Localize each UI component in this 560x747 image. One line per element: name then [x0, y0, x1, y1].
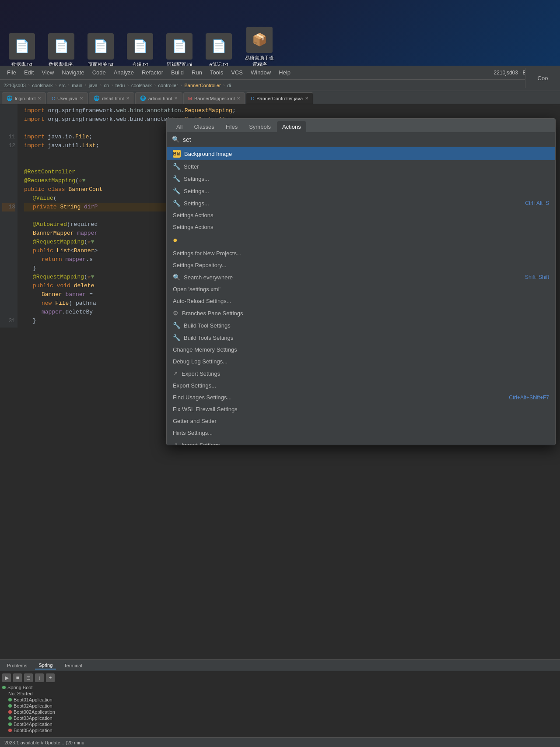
result-settings-2[interactable]: 🔧 Settings...: [167, 185, 555, 197]
search-input[interactable]: [183, 136, 550, 143]
popup-search: 🔍: [167, 132, 555, 147]
desktop-icon-7[interactable]: 📦 易语言助手设 置程序: [245, 27, 274, 68]
run-filter-button[interactable]: ⊟: [24, 673, 33, 682]
result-background-image[interactable]: Bkl Background Image: [167, 147, 555, 160]
run-stop-button[interactable]: ■: [13, 673, 22, 682]
app-item-3[interactable]: Boot03Application: [2, 715, 558, 721]
result-export-dots[interactable]: Export Settings...: [167, 380, 555, 391]
result-settings-new[interactable]: Settings for New Projects...: [167, 247, 555, 259]
breadcrumb-member[interactable]: di: [227, 83, 231, 88]
result-build-tools[interactable]: 🔧 Build Tools Settings: [167, 331, 555, 344]
menu-code[interactable]: Code: [89, 68, 109, 77]
result-settings-1[interactable]: 🔧 Settings...: [167, 173, 555, 185]
tab-close-4[interactable]: ✕: [174, 96, 178, 101]
result-label-settings-3: Settings...: [184, 200, 522, 207]
tab-login-html[interactable]: 🌐 login.html ✕: [2, 92, 46, 104]
menu-run[interactable]: Run: [188, 68, 206, 77]
popup-tab-files[interactable]: Files: [220, 121, 243, 132]
desktop-icon-6[interactable]: 📄 e笔记.txt: [206, 33, 232, 68]
result-hints[interactable]: Hints Settings...: [167, 427, 555, 439]
result-setter[interactable]: 🔧 Setter: [167, 160, 555, 173]
tab-mapper-xml[interactable]: M BannerMapper.xml ✕: [183, 92, 245, 104]
tab-label-4: admin.html: [148, 96, 172, 101]
app-item-4[interactable]: Boot04Application: [2, 721, 558, 727]
result-label-export-dots: Export Settings...: [173, 382, 549, 389]
menu-refactor[interactable]: Refactor: [138, 68, 167, 77]
desktop-icon-5[interactable]: 📄 阿祥配置.ini: [166, 33, 192, 68]
result-label-export: Export Settings: [182, 370, 549, 377]
breadcrumb-src[interactable]: src: [59, 83, 66, 88]
tab-close-5[interactable]: ✕: [237, 96, 240, 101]
breadcrumb-module[interactable]: coolshark: [32, 83, 52, 88]
popup-tab-symbols[interactable]: Symbols: [244, 121, 276, 132]
breadcrumb-class[interactable]: BannerController: [184, 83, 220, 88]
app-item-5[interactable]: Boot05Application: [2, 727, 558, 733]
result-settings-actions-2[interactable]: Settings Actions: [167, 221, 555, 233]
tab-close-3[interactable]: ✕: [126, 96, 130, 101]
tab-close-1[interactable]: ✕: [38, 96, 41, 101]
spring-boot-item[interactable]: Spring Boot: [2, 684, 558, 691]
menu-analyze[interactable]: Analyze: [110, 68, 137, 77]
result-getter-setter[interactable]: Getter and Setter: [167, 415, 555, 427]
result-settings-shortcut[interactable]: 🔧 Settings... Ctrl+Alt+S: [167, 197, 555, 209]
result-debug-log[interactable]: Debug Log Settings...: [167, 356, 555, 367]
search-popup[interactable]: All Classes Files Symbols Actions 🔍 Bkl …: [166, 118, 556, 445]
result-change-memory[interactable]: Change Memory Settings: [167, 344, 555, 356]
breadcrumb-main[interactable]: main: [72, 83, 82, 88]
tab-user-java[interactable]: C User.java ✕: [47, 92, 88, 104]
result-export[interactable]: ↗ Export Settings: [167, 367, 555, 380]
result-label-import: Import Settings...: [182, 442, 549, 445]
breadcrumb-controller[interactable]: controller: [158, 83, 178, 88]
run-add-button[interactable]: +: [46, 673, 55, 682]
result-find-usages[interactable]: Find Usages Settings... Ctrl+Alt+Shift+F…: [167, 391, 555, 403]
breadcrumb-coolshark[interactable]: coolshark: [131, 83, 152, 88]
desktop-icon-1[interactable]: 📄 数据库.txt: [9, 33, 35, 68]
result-build-tool[interactable]: 🔧 Build Tool Settings: [167, 319, 555, 331]
menu-help[interactable]: Help: [275, 68, 294, 77]
menu-navigate[interactable]: Navigate: [58, 68, 88, 77]
menu-window[interactable]: Window: [247, 68, 274, 77]
breadcrumb-cn[interactable]: cn: [104, 83, 109, 88]
tab-terminal[interactable]: Terminal: [60, 662, 86, 669]
result-open-settings[interactable]: Open 'settings.xml': [167, 283, 555, 295]
tab-detail-html[interactable]: 🌐 detail.html ✕: [89, 92, 134, 104]
result-fix-wsl[interactable]: Fix WSL Firewall Settings: [167, 403, 555, 415]
result-auto-reload[interactable]: Auto-Reload Settings...: [167, 295, 555, 307]
app-item-2[interactable]: Boot002Application: [2, 709, 558, 715]
result-label-build-tools: Build Tools Settings: [184, 335, 549, 341]
result-settings-actions-1[interactable]: Settings Actions: [167, 209, 555, 221]
app-item-0[interactable]: Boot01Application: [2, 697, 558, 703]
result-import[interactable]: ↗ Import Settings...: [167, 439, 555, 445]
search-icon: 🔍: [172, 136, 179, 143]
result-settings-repo[interactable]: Settings Repository...: [167, 259, 555, 271]
breadcrumb-project[interactable]: 2210jsd03: [4, 83, 26, 88]
tab-close-2[interactable]: ✕: [80, 96, 83, 101]
desktop-icon-2[interactable]: 📄 数据库排序.: [48, 33, 74, 68]
result-branches-pane[interactable]: ⚙ Branches Pane Settings: [167, 307, 555, 319]
tab-problems[interactable]: Problems: [4, 662, 31, 669]
menu-tools[interactable]: Tools: [206, 68, 227, 77]
popup-tab-classes[interactable]: Classes: [189, 121, 219, 132]
tab-admin-html[interactable]: 🌐 admin.html ✕: [135, 92, 182, 104]
menu-build[interactable]: Build: [168, 68, 187, 77]
breadcrumb-tedu[interactable]: tedu: [116, 83, 125, 88]
tab-banner-controller[interactable]: C BannerController.java ✕: [246, 92, 313, 104]
run-sort-button[interactable]: ↕: [35, 673, 44, 682]
popup-tab-all[interactable]: All: [171, 121, 188, 132]
popup-tabs: All Classes Files Symbols Actions: [167, 119, 555, 132]
bottom-content: ▶ ■ ⊟ ↕ + Spring Boot Not Started: [0, 671, 560, 737]
popup-tab-actions[interactable]: Actions: [277, 121, 306, 132]
result-search-everywhere[interactable]: 🔍 Search everywhere Shift+Shift: [167, 271, 555, 283]
menu-edit[interactable]: Edit: [21, 68, 37, 77]
menu-view[interactable]: View: [38, 68, 57, 77]
search-everywhere-icon: 🔍: [173, 274, 180, 281]
tab-close-6[interactable]: ✕: [305, 96, 308, 101]
app-item-1[interactable]: Boot02Application: [2, 703, 558, 709]
desktop-icon-3[interactable]: 📄 页面相关.txt: [88, 33, 114, 68]
desktop-icon-4[interactable]: 📄 专辑.txt: [127, 33, 153, 68]
menu-vcs[interactable]: VCS: [228, 68, 246, 77]
menu-file[interactable]: File: [4, 68, 20, 77]
run-play-button[interactable]: ▶: [2, 673, 11, 682]
tab-spring[interactable]: Spring: [35, 662, 56, 669]
breadcrumb-java[interactable]: java: [89, 83, 98, 88]
